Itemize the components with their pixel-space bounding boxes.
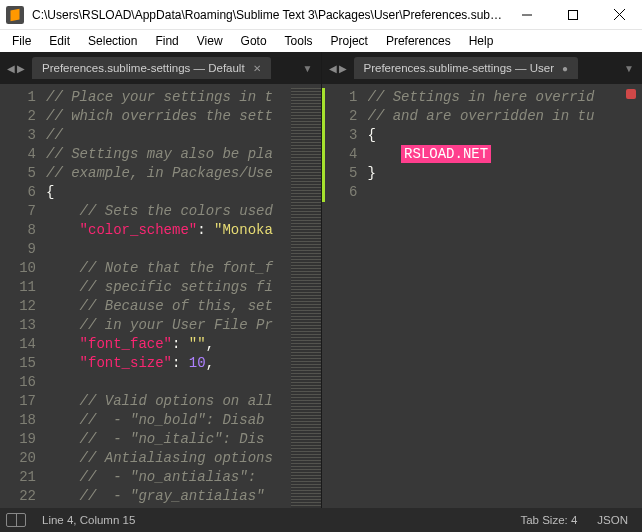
tab-user-settings[interactable]: Preferences.sublime-settings — User ●	[354, 57, 579, 79]
minimap[interactable]	[291, 88, 321, 508]
tab-default-settings[interactable]: Preferences.sublime-settings — Default ✕	[32, 57, 271, 79]
chevron-down-icon[interactable]: ▼	[620, 63, 638, 74]
svg-rect-2	[569, 10, 578, 19]
tabbar-right: ◀ ▶ Preferences.sublime-settings — User …	[322, 52, 643, 84]
chevron-left-icon[interactable]: ◀	[7, 63, 15, 74]
pane-left: ◀ ▶ Preferences.sublime-settings — Defau…	[0, 52, 322, 508]
panel-switcher-icon[interactable]	[6, 513, 26, 527]
menu-edit[interactable]: Edit	[43, 32, 76, 50]
modified-indicator	[322, 88, 325, 202]
tab-label: Preferences.sublime-settings — Default	[42, 62, 245, 74]
menu-file[interactable]: File	[6, 32, 37, 50]
menu-tools[interactable]: Tools	[279, 32, 319, 50]
gutter: 123456	[322, 88, 368, 508]
code[interactable]: // Place your settings in t// which over…	[46, 88, 291, 508]
tab-label: Preferences.sublime-settings — User	[364, 62, 554, 74]
pane-right: ◀ ▶ Preferences.sublime-settings — User …	[322, 52, 643, 508]
app-icon	[0, 0, 30, 30]
chevron-right-icon[interactable]: ▶	[17, 63, 25, 74]
close-icon[interactable]: ✕	[253, 63, 261, 74]
menu-view[interactable]: View	[191, 32, 229, 50]
tab-size[interactable]: Tab Size: 4	[520, 514, 577, 526]
menu-goto[interactable]: Goto	[235, 32, 273, 50]
menu-help[interactable]: Help	[463, 32, 500, 50]
window-title: C:\Users\RSLOAD\AppData\Roaming\Sublime …	[30, 8, 504, 22]
code[interactable]: // Settings in here overrid// and are ov…	[368, 88, 643, 508]
tabbar-left: ◀ ▶ Preferences.sublime-settings — Defau…	[0, 52, 321, 84]
menu-find[interactable]: Find	[149, 32, 184, 50]
menu-project[interactable]: Project	[325, 32, 374, 50]
statusbar: Line 4, Column 15 Tab Size: 4 JSON	[0, 508, 642, 532]
maximize-button[interactable]	[550, 0, 596, 30]
chevron-left-icon[interactable]: ◀	[329, 63, 337, 74]
menu-selection[interactable]: Selection	[82, 32, 143, 50]
editor-left[interactable]: 1234567891011121314151617181920212223 //…	[0, 84, 321, 508]
titlebar: C:\Users\RSLOAD\AppData\Roaming\Sublime …	[0, 0, 642, 30]
window-controls	[504, 0, 642, 30]
menubar: FileEditSelectionFindViewGotoToolsProjec…	[0, 30, 642, 52]
editor-right[interactable]: 123456 // Settings in here overrid// and…	[322, 84, 643, 508]
chevron-right-icon[interactable]: ▶	[339, 63, 347, 74]
syntax[interactable]: JSON	[597, 514, 628, 526]
chevron-down-icon[interactable]: ▼	[299, 63, 317, 74]
minimize-button[interactable]	[504, 0, 550, 30]
dirty-icon[interactable]: ●	[562, 63, 568, 74]
cursor-position: Line 4, Column 15	[42, 514, 135, 526]
close-button[interactable]	[596, 0, 642, 30]
gutter: 1234567891011121314151617181920212223	[0, 88, 46, 508]
workspace: ◀ ▶ Preferences.sublime-settings — Defau…	[0, 52, 642, 508]
menu-preferences[interactable]: Preferences	[380, 32, 457, 50]
